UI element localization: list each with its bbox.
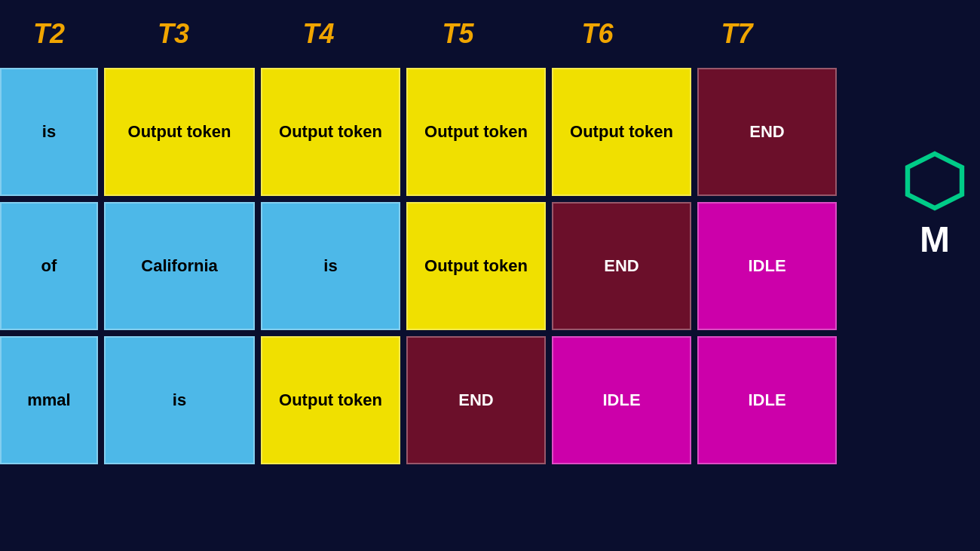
grid-row-2: of California is Output token END IDLE bbox=[0, 202, 980, 330]
cell-r3-c0: mmal bbox=[0, 336, 98, 464]
main-layout: T2 T3 T4 T5 T6 T7 is Output token Output… bbox=[0, 0, 980, 464]
cell-r3-c1: is bbox=[104, 336, 255, 464]
cell-r2-c0: of bbox=[0, 202, 98, 330]
grid-row-1: is Output token Output token Output toke… bbox=[0, 68, 980, 196]
cell-r1-c3: Output token bbox=[406, 68, 546, 196]
cell-r2-c4: END bbox=[552, 202, 691, 330]
col-t2: T2 bbox=[0, 18, 98, 50]
col-t3: T3 bbox=[98, 18, 249, 50]
cell-r3-c2: Output token bbox=[261, 336, 400, 464]
cell-r2-c2: is bbox=[261, 202, 400, 330]
cell-r1-c1: Output token bbox=[104, 68, 255, 196]
cell-r1-c0: is bbox=[0, 68, 98, 196]
col-t4: T4 bbox=[249, 18, 388, 50]
svg-marker-0 bbox=[908, 154, 962, 208]
hex-icon bbox=[905, 151, 965, 211]
cell-r3-c5: IDLE bbox=[697, 336, 837, 464]
grid-area: is Output token Output token Output toke… bbox=[0, 68, 980, 464]
cell-r3-c3: END bbox=[406, 336, 546, 464]
logo-area: M bbox=[905, 151, 965, 260]
cell-r1-c5: END bbox=[697, 68, 837, 196]
cell-r1-c4: Output token bbox=[552, 68, 691, 196]
cell-r1-c2: Output token bbox=[261, 68, 400, 196]
grid-row-3: mmal is Output token END IDLE IDLE bbox=[0, 336, 980, 464]
cell-r2-c3: Output token bbox=[406, 202, 546, 330]
col-t6: T6 bbox=[528, 18, 667, 50]
header-row: T2 T3 T4 T5 T6 T7 bbox=[0, 0, 980, 68]
col-t7: T7 bbox=[667, 18, 807, 50]
cell-r3-c4: IDLE bbox=[552, 336, 691, 464]
cell-r2-c5: IDLE bbox=[697, 202, 837, 330]
col-t5: T5 bbox=[388, 18, 528, 50]
cell-r2-c1: California bbox=[104, 202, 255, 330]
logo-text: M bbox=[920, 219, 950, 260]
